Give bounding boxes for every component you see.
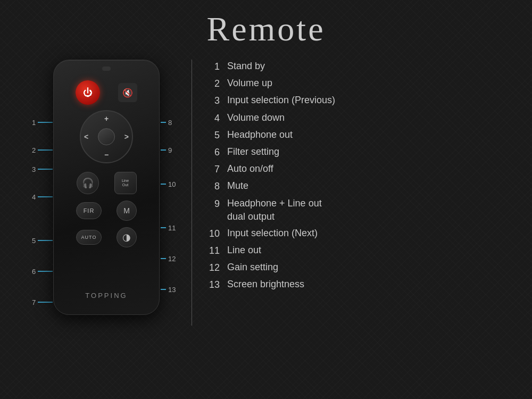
divider: [192, 60, 192, 326]
remote-label-10: 10: [168, 180, 176, 188]
remote-label-13: 13: [168, 286, 176, 294]
legend-number: 6: [208, 145, 227, 159]
remote-label-7: 7: [32, 298, 36, 306]
remote-label-5: 5: [32, 237, 36, 245]
remote-label-3: 3: [32, 165, 36, 173]
legend-item: 7Auto on/off: [208, 162, 532, 176]
legend-item: 11Line out: [208, 244, 532, 257]
remote-diagram: 1 2 3 4 5: [32, 60, 181, 315]
headphone-button[interactable]: 🎧: [77, 172, 99, 194]
legend-item: 5Headphone out: [208, 128, 532, 142]
legend-description: Volume down: [227, 111, 285, 124]
legend-item: 10Input selection (Next): [208, 227, 532, 240]
legend-item: 9Headphone + Line outdual output: [208, 197, 532, 223]
legend-description: Input selection (Previous): [227, 94, 335, 107]
m-button[interactable]: M: [117, 201, 137, 221]
legend-description: Headphone out: [227, 128, 293, 142]
dpad-right-label: >: [124, 132, 129, 141]
legend-item: 12Gain setting: [208, 261, 532, 275]
ir-emitter: [102, 66, 111, 71]
legend-number: 12: [208, 261, 227, 275]
legend-description: Gain setting: [227, 261, 278, 274]
legend-description: Auto on/off: [227, 162, 273, 176]
remote-label-11: 11: [168, 224, 176, 232]
dpad-up-label: +: [104, 114, 109, 123]
fir-button[interactable]: FIR: [76, 202, 102, 219]
remote-label-6: 6: [32, 268, 36, 276]
legend-description: Input selection (Next): [227, 227, 318, 240]
legend-description: Stand by: [227, 60, 265, 73]
legend-number: 5: [208, 128, 227, 142]
legend-item: 13Screen brightness: [208, 278, 532, 292]
legend-number: 1: [208, 60, 227, 73]
dpad-left-label: <: [84, 132, 88, 141]
remote-label-9: 9: [168, 146, 172, 154]
legend-number: 13: [208, 278, 227, 292]
page-title: Remote: [0, 0, 532, 49]
legend-description: Screen brightness: [227, 278, 304, 291]
lineout-button[interactable]: LineOut: [114, 172, 137, 194]
mute-button[interactable]: 🔇: [118, 83, 137, 102]
legend-number: 3: [208, 94, 227, 107]
legend-number: 9: [208, 197, 227, 211]
legend-description: Volume up: [227, 77, 272, 90]
remote-body: ⏻ 🔇 + < > − 🎧 LineOut: [53, 60, 160, 315]
legend-description: Mute: [227, 179, 248, 193]
dpad-down-label: −: [104, 151, 109, 159]
legend-item: 1Stand by: [208, 60, 532, 73]
legend-item: 4Volume down: [208, 111, 532, 125]
legend: 1Stand by2Volume up3Input selection (Pre…: [208, 60, 532, 295]
remote-label-2: 2: [32, 146, 36, 154]
brand-label: TOPPING: [54, 292, 159, 300]
brightness-button[interactable]: ◑: [117, 227, 137, 247]
legend-description: Line out: [227, 244, 261, 257]
remote-label-12: 12: [168, 255, 176, 263]
legend-number: 7: [208, 162, 227, 176]
legend-description: Filter setting: [227, 145, 279, 159]
legend-item: 8Mute: [208, 179, 532, 193]
power-button[interactable]: ⏻: [76, 80, 100, 105]
legend-number: 2: [208, 77, 227, 90]
remote-label-4: 4: [32, 193, 36, 201]
remote-label-1: 1: [32, 119, 36, 127]
legend-number: 11: [208, 244, 227, 257]
dpad[interactable]: + < > −: [80, 110, 133, 163]
legend-number: 8: [208, 179, 227, 193]
remote-label-8: 8: [168, 119, 172, 127]
legend-number: 4: [208, 111, 227, 125]
legend-item: 6Filter setting: [208, 145, 532, 159]
legend-item: 2Volume up: [208, 77, 532, 90]
auto-button[interactable]: AUTO: [76, 230, 102, 245]
legend-description: Headphone + Line outdual output: [227, 197, 322, 223]
legend-item: 3Input selection (Previous): [208, 94, 532, 107]
legend-number: 10: [208, 227, 227, 240]
